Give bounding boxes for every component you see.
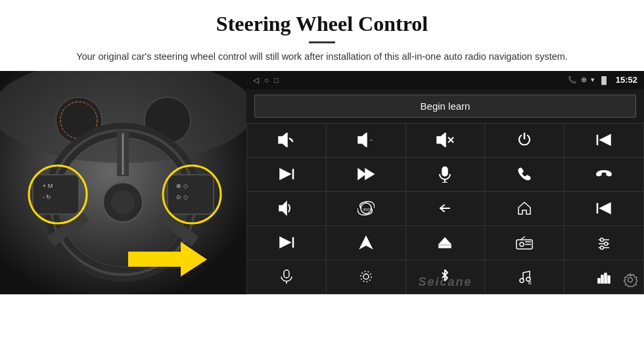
music-button[interactable]: ⚙	[485, 260, 564, 294]
svg-rect-73	[608, 276, 610, 283]
speaker-button[interactable]	[247, 192, 326, 225]
svg-rect-72	[605, 273, 607, 283]
home-nav-button[interactable]	[485, 192, 564, 225]
next-track-button[interactable]	[247, 158, 326, 191]
svg-rect-39	[442, 167, 448, 176]
power-button[interactable]	[485, 124, 564, 157]
status-right: 📞 ⊕ ▾ ▐▌ 15:52	[568, 75, 637, 85]
svg-point-67	[520, 279, 524, 282]
begin-learn-button[interactable]: Begin learn	[254, 95, 636, 118]
svg-text:⊕  ◇: ⊕ ◇	[176, 183, 188, 189]
eject-button[interactable]	[406, 226, 485, 259]
steering-wheel-svg: + M - ↻ ⊕ ◇ ⊙ ◇	[0, 71, 246, 294]
svg-rect-63	[284, 270, 289, 278]
svg-marker-27	[358, 133, 367, 147]
svg-marker-49	[360, 236, 372, 248]
svg-text:+  M: + M	[43, 183, 53, 189]
begin-learn-row: Begin learn	[246, 89, 644, 123]
recent-nav-icon[interactable]: □	[274, 76, 279, 84]
svg-point-58	[601, 238, 604, 242]
settings-button[interactable]	[327, 260, 405, 294]
svg-rect-51	[439, 246, 451, 248]
svg-point-62	[601, 246, 604, 250]
battery-status-icon: ▐▌	[599, 76, 609, 84]
svg-rect-70	[598, 279, 600, 283]
svg-text:360°: 360°	[363, 208, 371, 212]
svg-text:⚙: ⚙	[528, 281, 532, 284]
vol-down-button[interactable]: −	[327, 124, 405, 157]
camera-360-button[interactable]: 360°	[327, 192, 405, 225]
content-section: + M - ↻ ⊕ ◇ ⊙ ◇ ◁ ○	[0, 71, 644, 360]
mic2-button[interactable]	[247, 260, 326, 294]
mic-button[interactable]	[406, 158, 485, 191]
back-nav-button[interactable]	[406, 192, 485, 225]
svg-rect-17	[168, 175, 214, 214]
svg-text:+: +	[290, 137, 293, 143]
navigate-button[interactable]	[327, 226, 405, 259]
fast-forward-button[interactable]	[327, 158, 405, 191]
page-title: Steering Wheel Control	[39, 12, 605, 36]
wifi-status-icon: ▾	[591, 76, 595, 84]
svg-marker-35	[280, 169, 290, 179]
vol-up-button[interactable]: +	[247, 124, 326, 157]
eq-button[interactable]	[564, 226, 643, 259]
location-status-icon: ⊕	[581, 76, 587, 84]
svg-text:−: −	[369, 137, 373, 143]
title-divider	[309, 41, 335, 43]
svg-marker-42	[279, 202, 287, 215]
svg-marker-50	[439, 238, 451, 244]
status-left: ◁ ○ □	[253, 76, 279, 85]
svg-marker-29	[437, 133, 446, 147]
header-section: Steering Wheel Control Your original car…	[0, 0, 644, 71]
radio-button[interactable]	[485, 226, 564, 259]
svg-rect-71	[601, 275, 603, 283]
phone-answer-button[interactable]	[485, 158, 564, 191]
svg-marker-46	[600, 203, 610, 214]
photo-panel: + M - ↻ ⊕ ◇ ⊙ ◇	[0, 71, 246, 294]
home-nav-icon[interactable]: ○	[264, 76, 269, 85]
page-container: Steering Wheel Control Your original car…	[0, 0, 644, 360]
icon-grid: + −	[246, 123, 644, 294]
svg-marker-23	[279, 133, 287, 147]
bluetooth-button[interactable]	[406, 260, 485, 294]
svg-marker-48	[280, 237, 290, 248]
svg-point-13	[111, 191, 135, 214]
svg-rect-14	[33, 175, 79, 214]
phone-status-icon: 📞	[568, 76, 577, 84]
rewind-button[interactable]	[564, 192, 643, 225]
back-nav-icon[interactable]: ◁	[253, 76, 259, 85]
time-display: 15:52	[616, 75, 637, 85]
android-panel: ◁ ○ □ 📞 ⊕ ▾ ▐▌ 15:52 Begin learn	[246, 71, 644, 294]
subtitle: Your original car's steering wheel contr…	[66, 50, 578, 64]
svg-point-74	[628, 277, 633, 282]
svg-point-53	[520, 242, 524, 246]
phone-hang-up-button[interactable]	[564, 158, 643, 191]
status-bar: ◁ ○ □ 📞 ⊕ ▾ ▐▌ 15:52	[246, 71, 644, 89]
svg-text:⊙  ◇: ⊙ ◇	[176, 194, 188, 200]
svg-point-60	[605, 242, 608, 246]
svg-marker-33	[600, 135, 610, 145]
prev-track-button[interactable]	[564, 124, 643, 157]
svg-marker-36	[358, 169, 365, 179]
mute-button[interactable]	[406, 124, 485, 157]
skip-next-button[interactable]	[247, 226, 326, 259]
svg-marker-37	[365, 169, 374, 179]
svg-point-65	[363, 274, 369, 279]
svg-point-66	[361, 271, 371, 282]
gear-settings-icon[interactable]	[623, 273, 637, 290]
svg-text:-  ↻: - ↻	[43, 194, 52, 200]
